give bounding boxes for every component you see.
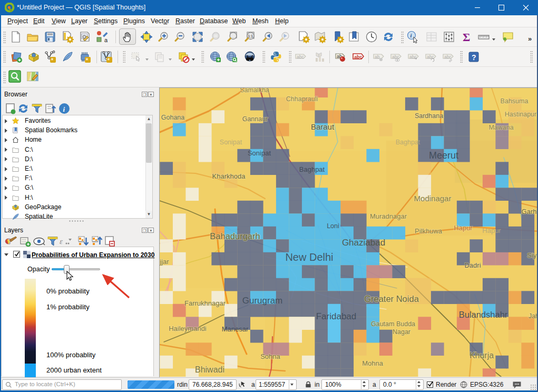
svg-text:ε: ε bbox=[60, 237, 63, 246]
svg-text:Sardhana: Sardhana bbox=[415, 112, 443, 120]
svg-text:Baghpat: Baghpat bbox=[299, 165, 325, 173]
svg-text:i: i bbox=[63, 105, 65, 113]
svg-text:Gannaur: Gannaur bbox=[242, 115, 268, 123]
svg-text:1:1: 1:1 bbox=[248, 34, 253, 38]
svg-text:Modinagar: Modinagar bbox=[414, 194, 452, 203]
svg-text:Nagar: Nagar bbox=[393, 328, 410, 336]
svg-text:Sohna: Sohna bbox=[260, 352, 280, 360]
svg-text:abc: abc bbox=[297, 54, 304, 60]
svg-text:Hastinapur: Hastinapur bbox=[505, 111, 536, 118]
svg-text:Greater Noida: Greater Noida bbox=[364, 294, 419, 303]
svg-text:abc: abc bbox=[392, 54, 399, 60]
svg-text:Gurugram: Gurugram bbox=[242, 296, 283, 306]
svg-text:Samalkha: Samalkha bbox=[240, 88, 269, 94]
svg-text:abc: abc bbox=[444, 54, 452, 60]
svg-text:Gautam Budda: Gautam Budda bbox=[371, 320, 415, 328]
svg-text:Muradnagar: Muradnagar bbox=[370, 212, 407, 220]
svg-text:Loni: Loni bbox=[327, 222, 339, 230]
svg-text:Bulandshahr: Bulandshahr bbox=[459, 310, 508, 319]
svg-text:Sonipat: Sonipat bbox=[220, 139, 242, 146]
svg-text:Bhiwadi: Bhiwadi bbox=[195, 365, 224, 374]
svg-text:Mawana: Mawana bbox=[488, 124, 513, 131]
svg-text:Farrukhnagar: Farrukhnagar bbox=[184, 299, 226, 307]
svg-text:Baghpat: Baghpat bbox=[396, 139, 420, 146]
svg-text:Manesar: Manesar bbox=[222, 325, 249, 333]
svg-text:a: a bbox=[104, 37, 108, 43]
svg-text:New Delhi: New Delhi bbox=[285, 251, 333, 263]
svg-text:Garh: Garh bbox=[522, 208, 537, 215]
svg-text:*: * bbox=[107, 56, 110, 63]
svg-text:Pilkhuwa: Pilkhuwa bbox=[415, 227, 443, 235]
svg-text:Khurja: Khurja bbox=[469, 351, 494, 360]
svg-text:Chhaprauli: Chhaprauli bbox=[286, 95, 318, 103]
svg-text:Gohana: Gohana bbox=[161, 114, 185, 121]
svg-text:Hapur: Hapur bbox=[454, 224, 473, 232]
svg-text:Ghaziabad: Ghaziabad bbox=[342, 238, 385, 248]
svg-text:Bahadurgarh: Bahadurgarh bbox=[210, 231, 260, 241]
svg-text:abc: abc bbox=[354, 54, 363, 60]
svg-text:Dadri: Dadri bbox=[464, 261, 481, 269]
svg-text:?: ? bbox=[472, 53, 476, 62]
svg-text:Mohna: Mohna bbox=[362, 359, 384, 367]
svg-text:*: * bbox=[51, 56, 54, 63]
svg-text:Meerut: Meerut bbox=[429, 150, 458, 161]
svg-text:Faridabad: Faridabad bbox=[316, 311, 357, 321]
svg-text:*: * bbox=[86, 56, 89, 63]
svg-text:jjar: jjar bbox=[160, 258, 169, 266]
svg-text:»: » bbox=[528, 35, 532, 43]
svg-text:ab: ab bbox=[375, 54, 380, 60]
svg-text:Baraut: Baraut bbox=[311, 122, 335, 131]
svg-text:Siya: Siya bbox=[527, 251, 538, 259]
svg-text:Kharkhoda: Kharkhoda bbox=[212, 172, 246, 180]
svg-text:Σ: Σ bbox=[463, 31, 470, 43]
svg-text:Bahsuma: Bahsuma bbox=[501, 97, 529, 105]
svg-text:Haileymandi: Haileymandi bbox=[169, 325, 207, 332]
svg-text:Hapur: Hapur bbox=[482, 227, 501, 234]
svg-text:Sonipat: Sonipat bbox=[248, 149, 271, 157]
